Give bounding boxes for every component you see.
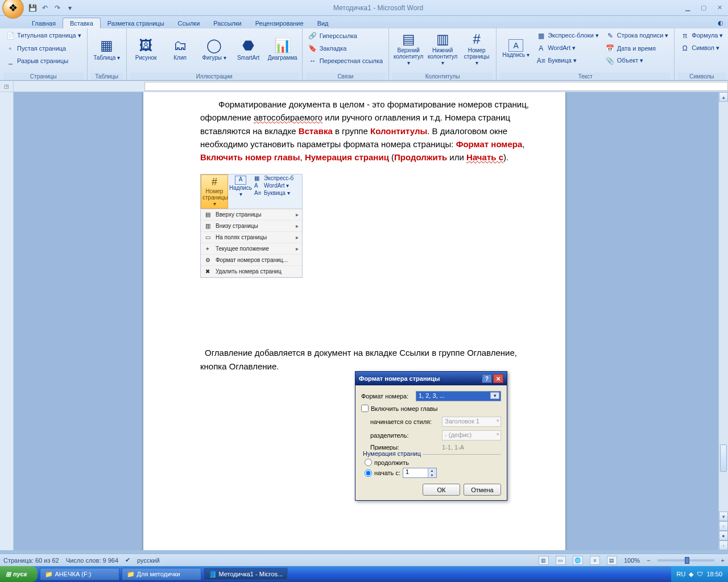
start-from-radio[interactable]: [365, 469, 372, 477]
ok-button[interactable]: ОК: [423, 484, 460, 496]
wordart-icon: A: [254, 182, 262, 189]
taskbar-item-folder1[interactable]: 📁AНЕЧКА (F:): [40, 568, 119, 580]
clip-button[interactable]: 🗂Клип: [164, 30, 196, 67]
close-button[interactable]: ✕: [713, 3, 726, 13]
outline-view[interactable]: ≡: [590, 556, 600, 565]
delete-icon: ✖: [203, 268, 212, 275]
bookmark-button[interactable]: 🔖Закладка: [306, 42, 386, 54]
symbol-button[interactable]: ΩСимвол ▾: [678, 42, 725, 54]
taskbar-item-folder2[interactable]: 📁Для методички: [122, 568, 201, 580]
zoom-out-button[interactable]: −: [647, 557, 650, 564]
bottom-icon: ▥: [203, 223, 212, 229]
numbering-legend: Нумерация страниц: [361, 450, 423, 457]
scroll-down-button[interactable]: ▾: [719, 512, 728, 521]
include-chapter-checkbox[interactable]: [361, 405, 369, 412]
folder-icon: 📁: [45, 571, 53, 578]
start-button[interactable]: ⊞пуск: [0, 566, 38, 582]
proofing-icon[interactable]: ✔: [125, 556, 130, 564]
smartart-button[interactable]: ⬣SmartArt: [233, 30, 264, 67]
textbox-button[interactable]: AНадпись ▾: [500, 30, 532, 67]
crossref-button[interactable]: ↔Перекрестная ссылка: [306, 55, 386, 66]
draft-view[interactable]: ▤: [607, 556, 617, 565]
signature-icon: ✎: [606, 31, 615, 40]
position-icon: ⌖: [203, 246, 212, 252]
blocks-icon: ▦: [254, 175, 262, 181]
chart-button[interactable]: 📊Диаграмма: [267, 30, 299, 67]
tray-shield-icon[interactable]: 🛡: [697, 571, 703, 577]
tray-icon[interactable]: ◆: [689, 571, 693, 578]
minimize-button[interactable]: ▁: [681, 3, 694, 13]
windows-logo-icon: ⊞: [6, 571, 11, 578]
menu-current-position[interactable]: ⌖Текущее положение▸: [201, 243, 302, 255]
status-language[interactable]: русский: [137, 557, 159, 564]
group-text: AНадпись ▾ ▦Экспресс-блоки ▾ AWordArt ▾ …: [497, 28, 675, 80]
taskbar-item-word[interactable]: 📘Методичка1 - Micros...: [204, 568, 288, 580]
zoom-level[interactable]: 100%: [624, 557, 640, 564]
shapes-button[interactable]: ◯Фигуры ▾: [198, 30, 230, 67]
menu-page-margins[interactable]: ▭На полях страницы▸: [201, 232, 302, 243]
redo-icon[interactable]: ↷: [52, 3, 63, 13]
number-format-combo[interactable]: 1, 2, 3, ...: [416, 391, 501, 401]
textbox-icon: A: [508, 39, 523, 52]
zoom-in-button[interactable]: +: [721, 557, 725, 564]
tab-references[interactable]: Ссылки: [171, 18, 207, 28]
tab-insert[interactable]: Вставка: [63, 18, 101, 28]
continue-radio[interactable]: [365, 459, 372, 466]
table-button[interactable]: ▦Таблица ▾: [91, 30, 123, 67]
undo-icon[interactable]: ↶: [40, 3, 50, 13]
dialog-close-button[interactable]: ✕: [493, 374, 503, 383]
picture-button[interactable]: 🖼Рисунок: [130, 30, 162, 67]
equation-button[interactable]: πФормула ▾: [678, 30, 725, 41]
tab-page-layout[interactable]: Разметка страницы: [101, 18, 171, 28]
print-layout-view[interactable]: ▥: [539, 556, 549, 565]
tab-review[interactable]: Рецензирование: [249, 18, 311, 28]
web-layout-view[interactable]: 🌐: [573, 556, 583, 565]
scroll-thumb[interactable]: [720, 444, 727, 472]
status-word-count[interactable]: Число слов: 9 964: [66, 557, 118, 564]
scroll-up-button[interactable]: ▴: [719, 92, 728, 102]
maximize-button[interactable]: ▢: [697, 3, 710, 13]
tray-clock[interactable]: 18:50: [706, 571, 722, 577]
tab-view[interactable]: Вид: [311, 18, 336, 28]
help-icon[interactable]: ◐: [713, 18, 728, 28]
menu-top-of-page[interactable]: ▤Вверху страницы▸: [201, 209, 302, 221]
cover-page-button[interactable]: 📄Титульная страница ▾: [3, 30, 84, 41]
cancel-button[interactable]: Отмена: [464, 484, 501, 496]
blank-page-button[interactable]: ▫Пустая страница: [3, 42, 84, 54]
header-button[interactable]: ▤Верхний колонтитул ▾: [392, 30, 424, 67]
next-page-button[interactable]: ◦: [719, 541, 728, 550]
menu-bottom-of-page[interactable]: ▥Внизу страницы▸: [201, 221, 302, 232]
tab-mailings[interactable]: Рассылки: [206, 18, 248, 28]
page-number-button[interactable]: #Номер страницы ▾: [461, 30, 493, 67]
quick-parts-button[interactable]: ▦Экспресс-блоки ▾: [534, 30, 601, 41]
vertical-scrollbar[interactable]: ▴ ▾ ◦ ● ◦: [718, 92, 728, 550]
word-icon: 📘: [209, 571, 217, 578]
dialog-help-button[interactable]: ?: [482, 374, 492, 383]
ruler-corner[interactable]: ◳: [0, 81, 14, 92]
menu-format-page-numbers[interactable]: ⚙Формат номеров страниц...: [201, 255, 302, 266]
footer-button[interactable]: ▥Нижний колонтитул ▾: [427, 30, 458, 67]
prev-page-button[interactable]: ◦: [719, 521, 728, 531]
hyperlink-button[interactable]: 🔗Гиперссылка: [306, 30, 386, 41]
zoom-slider[interactable]: [657, 559, 714, 562]
dropcap-button[interactable]: A≡Буквица ▾: [534, 55, 601, 66]
browse-object-button[interactable]: ●: [719, 531, 728, 541]
hash-icon: #: [202, 176, 226, 188]
qat-dropdown-icon[interactable]: ▾: [65, 3, 75, 13]
page-break-button[interactable]: ⎯Разрыв страницы: [3, 55, 84, 66]
status-page[interactable]: Страница: 60 из 62: [3, 557, 59, 564]
snippet-page-number: #Номер страницы ▾: [201, 174, 228, 209]
window-title: Методичка1 - Microsoft Word: [75, 4, 681, 12]
tab-home[interactable]: Главная: [25, 18, 63, 28]
signature-line-button[interactable]: ✎Строка подписи ▾: [603, 30, 671, 41]
full-screen-view[interactable]: ▭: [556, 556, 566, 565]
date-time-button[interactable]: 📅Дата и время: [603, 42, 671, 54]
object-button[interactable]: 📎Объект ▾: [603, 55, 671, 66]
tray-lang[interactable]: RU: [677, 571, 686, 577]
vertical-ruler: [0, 92, 14, 550]
menu-remove-page-numbers[interactable]: ✖Удалить номера страниц: [201, 266, 302, 277]
save-icon[interactable]: 💾: [27, 3, 38, 13]
start-from-spinner[interactable]: 1: [403, 468, 437, 478]
wordart-button[interactable]: AWordArt ▾: [534, 42, 601, 54]
dialog-titlebar[interactable]: Формат номера страницы ? ✕: [355, 372, 507, 385]
